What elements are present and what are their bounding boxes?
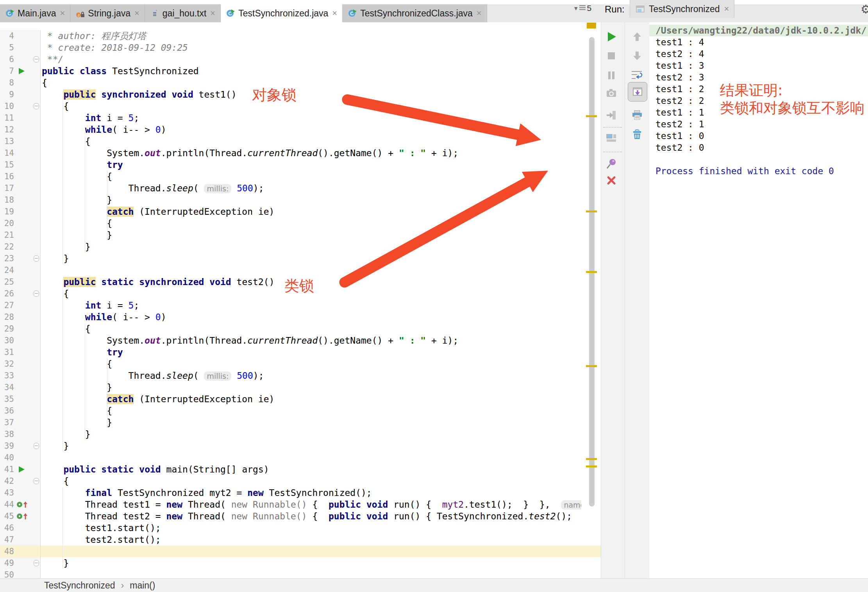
code-text[interactable]: try bbox=[41, 346, 581, 358]
code-text[interactable]: Thread test1 = new Thread( new Runnable(… bbox=[41, 499, 581, 510]
code-line-32: 32 { bbox=[0, 358, 601, 370]
line-number: 11 bbox=[0, 112, 16, 124]
tab-String.java[interactable]: JString.java× bbox=[70, 4, 145, 22]
print-icon[interactable] bbox=[630, 109, 644, 122]
code-text[interactable]: int i = 5; bbox=[41, 112, 581, 124]
up-stack-trace-icon[interactable] bbox=[630, 30, 644, 43]
fold-marker-icon[interactable] bbox=[34, 443, 39, 449]
annotation-text: 对象锁 bbox=[252, 85, 296, 105]
code-text[interactable]: Thread.sleep( millis: 500); bbox=[41, 370, 581, 382]
code-text[interactable]: } bbox=[41, 194, 581, 206]
code-text[interactable]: final TestSynchronized myt2 = new TestSy… bbox=[41, 487, 581, 499]
code-text[interactable]: * author: 程序员灯塔 bbox=[41, 30, 581, 42]
code-text[interactable]: { bbox=[41, 77, 581, 89]
exit-process-icon[interactable] bbox=[605, 109, 618, 122]
fold-marker-icon[interactable] bbox=[34, 56, 39, 62]
fold-marker-icon[interactable] bbox=[34, 560, 39, 566]
code-text[interactable]: while( i-- > 0) bbox=[41, 311, 581, 323]
code-text[interactable]: } bbox=[41, 241, 581, 253]
code-text[interactable]: { bbox=[41, 358, 581, 370]
code-text[interactable]: while( i-- > 0) bbox=[41, 124, 581, 136]
thread-dump-camera-icon[interactable] bbox=[605, 87, 618, 100]
code-text[interactable]: { bbox=[41, 323, 581, 335]
code-text[interactable]: public static void main(String[] args) bbox=[41, 464, 581, 475]
line-number: 26 bbox=[0, 288, 16, 300]
close-panel-icon[interactable] bbox=[605, 174, 618, 187]
tab-TestSynchronizedClass.java[interactable]: CTestSynchronizedClass.java× bbox=[343, 4, 487, 22]
code-text[interactable] bbox=[41, 569, 581, 578]
code-line-29: 29 { bbox=[0, 323, 601, 335]
code-text[interactable]: } bbox=[41, 253, 581, 264]
scroll-to-end-toggle[interactable] bbox=[628, 82, 647, 102]
code-text[interactable]: { bbox=[41, 218, 581, 229]
gutter-icons bbox=[16, 464, 33, 475]
code-text[interactable]: { bbox=[41, 171, 581, 182]
code-text[interactable]: **/ bbox=[41, 53, 581, 65]
stop-icon[interactable] bbox=[605, 49, 618, 62]
code-text[interactable] bbox=[41, 546, 581, 557]
rerun-icon[interactable] bbox=[605, 30, 618, 43]
code-text[interactable]: } bbox=[41, 382, 581, 393]
gutter-icons bbox=[16, 89, 33, 100]
code-text[interactable]: try bbox=[41, 159, 581, 171]
fold-marker-icon[interactable] bbox=[34, 255, 39, 262]
code-text[interactable]: Thread.sleep( millis: 500); bbox=[41, 182, 581, 194]
code-text[interactable]: test2.start(); bbox=[41, 534, 581, 546]
code-text[interactable]: } bbox=[41, 229, 581, 241]
code-text[interactable]: } bbox=[41, 440, 581, 452]
code-text[interactable]: public synchronized void test1() bbox=[41, 89, 581, 100]
code-text[interactable]: { bbox=[41, 100, 581, 112]
tab-close-icon[interactable]: × bbox=[210, 8, 215, 18]
code-text[interactable]: System.out.println(Thread.currentThread(… bbox=[41, 147, 581, 159]
tab-Main.java[interactable]: CMain.java× bbox=[0, 4, 70, 22]
gutter-icons bbox=[16, 136, 33, 147]
fold-marker-icon[interactable] bbox=[34, 103, 39, 109]
down-stack-trace-icon[interactable] bbox=[630, 49, 644, 62]
pin-tab-icon[interactable] bbox=[605, 157, 618, 170]
code-text[interactable]: } bbox=[41, 417, 581, 428]
restore-layout-icon[interactable] bbox=[605, 131, 618, 144]
code-text[interactable] bbox=[41, 264, 581, 276]
code-text[interactable]: { bbox=[41, 475, 581, 487]
gear-icon[interactable]: ⚙ bbox=[861, 2, 868, 16]
clear-all-trash-icon[interactable] bbox=[630, 128, 644, 141]
run-line-icon[interactable] bbox=[19, 466, 25, 473]
run-console[interactable]: /Users/wangting22/data0/jdk-10.0.2.jdk/ … bbox=[649, 22, 868, 578]
fold-marker-icon[interactable] bbox=[34, 291, 39, 297]
hidden-tabs-dropdown[interactable]: ▾ 5 bbox=[574, 4, 591, 13]
tab-close-icon[interactable]: × bbox=[134, 8, 139, 18]
tab-close-icon[interactable]: × bbox=[60, 8, 65, 18]
breadcrumb-method[interactable]: main() bbox=[130, 580, 155, 591]
tab-close-icon[interactable]: × bbox=[477, 8, 482, 18]
fold-marker-icon[interactable] bbox=[34, 478, 39, 484]
code-text[interactable]: * create: 2018-09-12 09:25 bbox=[41, 42, 581, 53]
tab-TestSynchronized.java[interactable]: CTestSynchronized.java× bbox=[221, 4, 343, 22]
soft-wrap-icon[interactable] bbox=[630, 68, 643, 82]
tab-close-icon[interactable]: × bbox=[332, 8, 337, 18]
code-text[interactable]: { bbox=[41, 405, 581, 417]
code-text[interactable]: int i = 5; bbox=[41, 300, 581, 311]
code-text[interactable]: { bbox=[41, 136, 581, 147]
fold-zone bbox=[33, 534, 41, 546]
console-line: test1 : 0 bbox=[649, 130, 868, 142]
fold-zone bbox=[33, 53, 41, 65]
run-tab[interactable]: TestSynchronized × bbox=[630, 0, 734, 18]
code-text[interactable]: catch (InterruptedException ie) bbox=[41, 393, 581, 405]
code-text[interactable]: } bbox=[41, 557, 581, 569]
code-text[interactable]: public class TestSynchronized bbox=[41, 65, 581, 77]
code-text[interactable]: catch (InterruptedException ie) bbox=[41, 206, 581, 218]
breadcrumb-class[interactable]: TestSynchronized bbox=[44, 580, 115, 591]
run-line-icon[interactable] bbox=[19, 68, 25, 74]
tab-gai_hou.txt[interactable]: gai_hou.txt× bbox=[145, 4, 221, 22]
close-icon[interactable]: × bbox=[724, 4, 729, 14]
code-text[interactable]: } bbox=[41, 428, 581, 440]
code-text[interactable] bbox=[41, 452, 581, 464]
gutter-icons bbox=[16, 276, 33, 288]
code-editor[interactable]: 4 * author: 程序员灯塔5 * create: 2018-09-12 … bbox=[0, 22, 601, 578]
code-text[interactable]: test1.start(); bbox=[41, 522, 581, 534]
pause-icon[interactable] bbox=[605, 69, 618, 82]
code-text[interactable]: System.out.println(Thread.currentThread(… bbox=[41, 335, 581, 346]
code-text[interactable]: Thread test2 = new Thread( new Runnable(… bbox=[41, 510, 581, 522]
gutter-icons bbox=[16, 569, 33, 578]
line-number: 40 bbox=[0, 452, 16, 464]
